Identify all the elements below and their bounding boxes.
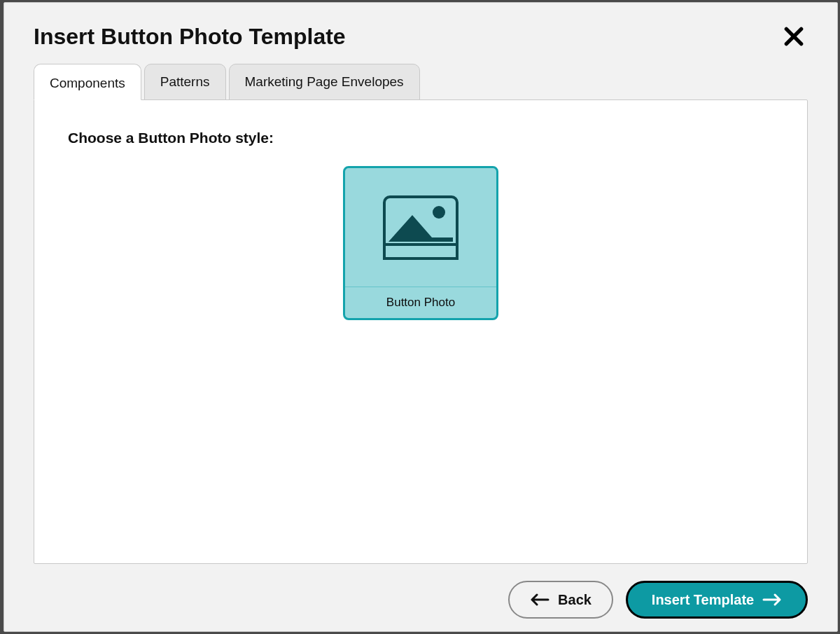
dialog-header: Insert Button Photo Template (34, 22, 808, 50)
tab-label: Components (50, 76, 125, 90)
arrow-left-icon (530, 593, 550, 607)
tab-panel: Choose a Button Photo style: Button Phot… (34, 99, 808, 564)
image-icon (382, 194, 460, 261)
close-button[interactable] (780, 22, 808, 50)
choose-style-label: Choose a Button Photo style: (68, 130, 774, 146)
tabs-row: Components Patterns Marketing Page Envel… (34, 63, 808, 99)
dialog-footer: Back Insert Template (34, 581, 808, 619)
style-card-button-photo[interactable]: Button Photo (343, 166, 498, 320)
close-icon (783, 25, 805, 48)
style-card-preview (345, 168, 496, 287)
style-card-label: Button Photo (345, 287, 496, 318)
tab-patterns[interactable]: Patterns (144, 64, 226, 100)
insert-template-button[interactable]: Insert Template (626, 581, 808, 619)
back-button[interactable]: Back (508, 581, 613, 619)
insert-button-label: Insert Template (652, 592, 754, 608)
style-grid: Button Photo (68, 166, 774, 320)
tab-label: Patterns (160, 74, 210, 89)
svg-rect-1 (384, 244, 457, 259)
tab-marketing-page-envelopes[interactable]: Marketing Page Envelopes (229, 64, 420, 100)
back-button-label: Back (558, 592, 592, 608)
dialog-title: Insert Button Photo Template (34, 24, 346, 50)
arrow-right-icon (762, 593, 782, 607)
tab-components[interactable]: Components (34, 64, 141, 100)
svg-point-2 (433, 206, 445, 219)
insert-template-dialog: Insert Button Photo Template Components … (4, 2, 838, 632)
tab-label: Marketing Page Envelopes (245, 74, 404, 89)
